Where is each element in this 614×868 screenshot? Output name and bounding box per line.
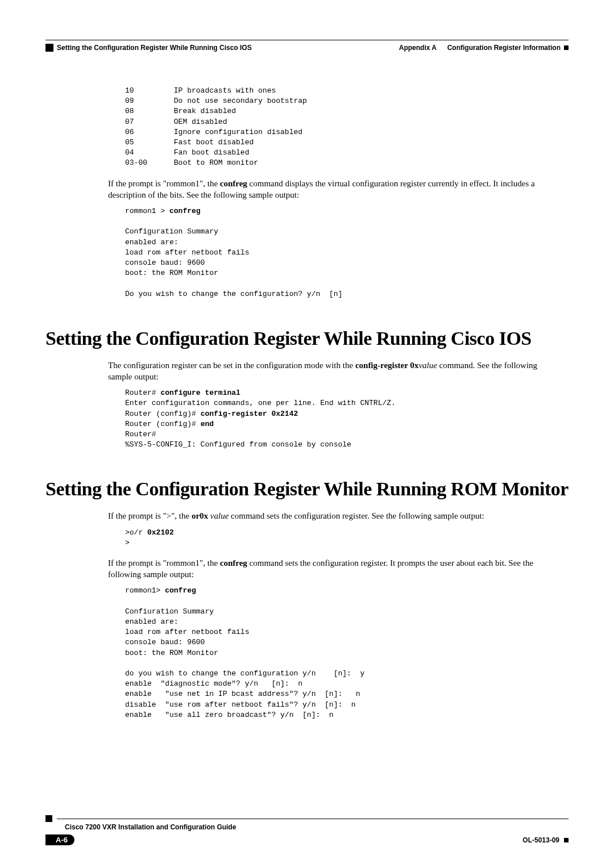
footer-end-square-icon [564,838,569,842]
footer-square-icon [45,815,52,822]
footer-doc-id: OL-5013-09 [522,836,569,844]
footer-rule [57,819,569,819]
page-footer: Cisco 7200 VXR Installation and Configur… [45,815,569,845]
paragraph-2: The configuration register can be set in… [108,360,563,383]
header-square-icon [45,44,53,52]
paragraph-3: If the prompt is ">", the or0x value com… [108,510,563,521]
page-number: A-6 [45,834,74,845]
heading-ios: Setting the Configuration Register While… [45,328,569,349]
header-section: Setting the Configuration Register While… [57,44,252,52]
footer-doc-title: Cisco 7200 VXR Installation and Configur… [65,823,569,831]
appendix-title: Configuration Register Information [447,44,561,52]
header-right: Appendix A Configuration Register Inform… [399,44,569,52]
heading-rom: Setting the Configuration Register While… [45,478,569,500]
header-end-square-icon [564,45,569,50]
code-sample-2: rommon1 > confreg Configuration Summary … [125,206,569,299]
page-header: Setting the Configuration Register While… [45,44,569,52]
paragraph-4: If the prompt is "rommon1", the confreg … [108,557,563,581]
header-left: Setting the Configuration Register While… [45,44,252,52]
appendix-label: Appendix A [399,44,437,52]
code-sample-5: rommon1> confreg Confiuration Summary en… [125,586,569,720]
code-sample-3: Router# configure terminal Enter configu… [125,388,569,450]
paragraph-1: If the prompt is "rommon1", the confreg … [108,178,563,201]
code-sample-4: >o/r 0x2102 > [125,528,569,548]
code-sample-1: 10 IP broadcasts with ones 09 Do not use… [125,86,569,169]
header-rule [45,40,569,40]
